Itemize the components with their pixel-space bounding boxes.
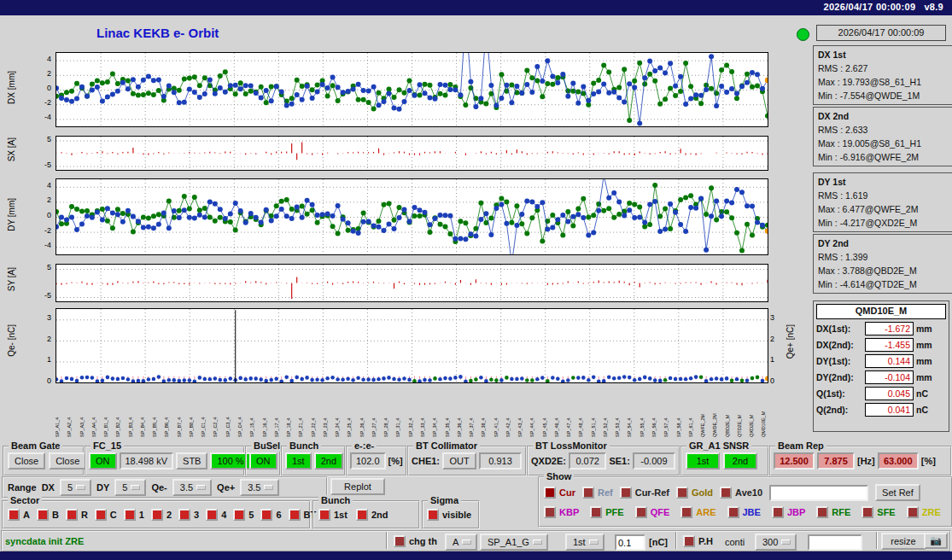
monitor-label: SP_24_4 bbox=[336, 384, 341, 437]
monitor-label: SP_15_4 bbox=[250, 384, 255, 437]
show-pfe-checkbox[interactable]: PFE bbox=[590, 506, 623, 518]
statusbar-separator bbox=[386, 532, 388, 549]
sector-5-checkbox[interactable]: 5 bbox=[233, 509, 254, 521]
sigma-visible-checkbox[interactable]: visible bbox=[427, 509, 471, 521]
monitor-label: SP_32_4 bbox=[409, 384, 414, 437]
checkbox-box-icon bbox=[289, 509, 301, 521]
monitor-label: SP_A1_4 bbox=[55, 384, 61, 437]
screenshot-camera-button[interactable]: 📷 bbox=[924, 533, 948, 549]
show-cur-ref-checkbox[interactable]: Cur-Ref bbox=[620, 487, 669, 499]
range-qem-select[interactable]: 3.5 bbox=[172, 479, 212, 496]
monitor-label: SP_B2_4 bbox=[116, 384, 121, 437]
checkbox-label: Ave10 bbox=[735, 487, 762, 498]
sector-select[interactable]: A bbox=[445, 534, 477, 551]
panel-title: DY 2nd bbox=[818, 236, 948, 250]
range-dx-label: DX bbox=[42, 482, 55, 493]
monitor-select[interactable]: SP_A1_G bbox=[480, 534, 548, 551]
bunch-1st-checkbox[interactable]: 1st bbox=[318, 509, 348, 521]
checkbox-box-icon bbox=[582, 487, 594, 499]
monitor-label: SP_27_4 bbox=[372, 384, 377, 437]
y-tick-label: 5 bbox=[29, 135, 51, 143]
monitor-label: SP_25_4 bbox=[348, 384, 353, 437]
range-dx-select[interactable]: 5 bbox=[60, 479, 91, 496]
show-zre-checkbox[interactable]: ZRE bbox=[907, 506, 941, 518]
sector-r-checkbox[interactable]: R bbox=[66, 509, 88, 521]
show-frame: Show CurRefCur-RefGoldAve10 Set Ref KBPP… bbox=[538, 476, 952, 528]
monitor-label: SP_38_4 bbox=[482, 384, 487, 437]
max-value: Max : 3.788@QBD2E_M bbox=[818, 264, 948, 277]
sector-6-checkbox[interactable]: 6 bbox=[260, 509, 281, 521]
show-are-checkbox[interactable]: ARE bbox=[680, 506, 715, 518]
gr-snsr-2nd-button[interactable]: 2nd bbox=[723, 452, 757, 470]
min-value: Min : -4.217@QXD2E_M bbox=[818, 216, 948, 230]
set-ref-button[interactable]: Set Ref bbox=[875, 484, 920, 501]
ee-ratio-frame: e-:e- 102.0 [%] bbox=[346, 446, 407, 476]
gr-snsr-1st-button[interactable]: 1st bbox=[686, 452, 720, 470]
sector-4-checkbox[interactable]: 4 bbox=[206, 509, 226, 521]
monitor-label: SP_52_4 bbox=[604, 384, 609, 437]
bpm-row-value: 0.045 bbox=[865, 387, 914, 400]
show-cur-checkbox[interactable]: Cur bbox=[544, 487, 575, 499]
che1-out-button[interactable]: OUT bbox=[442, 452, 476, 470]
bunch-order-select[interactable]: 1st bbox=[565, 534, 604, 551]
ref-file-input[interactable] bbox=[769, 485, 868, 501]
frame-title: Show bbox=[544, 471, 574, 482]
ee-ratio-unit: [%] bbox=[388, 456, 403, 466]
monitor-label: SP_34_4 bbox=[433, 384, 438, 437]
fc15-on-button[interactable]: ON bbox=[89, 452, 117, 470]
checkbox-box-icon bbox=[318, 509, 330, 521]
bunch-2nd-checkbox[interactable]: 2nd bbox=[356, 509, 388, 521]
monitor-label: SP_51_4 bbox=[592, 384, 597, 437]
busel-on-button[interactable]: ON bbox=[249, 452, 277, 470]
frame-title: Sigma bbox=[428, 495, 461, 506]
monitor-label: QBD2E_M bbox=[726, 384, 731, 437]
min-value: Min : -6.916@QWFE_2M bbox=[818, 150, 948, 164]
checkbox-label: Ref bbox=[598, 487, 613, 498]
show-ref-checkbox[interactable]: Ref bbox=[582, 487, 613, 499]
checkbox-box-icon bbox=[720, 487, 732, 499]
range-dy-select[interactable]: 5 bbox=[114, 479, 146, 496]
show-qfe-checkbox[interactable]: QFE bbox=[635, 506, 670, 518]
interval-input[interactable] bbox=[808, 534, 862, 551]
monitor-label: SP_C4_4 bbox=[238, 384, 243, 437]
show-ave10-checkbox[interactable]: Ave10 bbox=[720, 487, 762, 499]
range-dy-label: DY bbox=[96, 482, 109, 493]
qxd2e-value-display: 0.072 bbox=[569, 452, 606, 470]
sector-2-checkbox[interactable]: 2 bbox=[151, 509, 172, 521]
range-qep-select[interactable]: 3.5 bbox=[240, 479, 279, 496]
frame-title: BT LossMonitor bbox=[533, 440, 610, 452]
monitor-label: SP_B6_4 bbox=[165, 384, 170, 437]
sector-b-checkbox[interactable]: B bbox=[37, 509, 59, 521]
beam-gate-close-1-button[interactable]: Close bbox=[8, 452, 45, 470]
show-sfe-checkbox[interactable]: SFE bbox=[861, 506, 895, 518]
monitor-label: SP_23_4 bbox=[324, 384, 329, 437]
sector-a-checkbox[interactable]: A bbox=[8, 509, 30, 521]
show-kbp-checkbox[interactable]: KBP bbox=[544, 506, 579, 518]
sector-3-checkbox[interactable]: 3 bbox=[178, 509, 199, 521]
bunch-2nd-button[interactable]: 2nd bbox=[314, 452, 343, 470]
show-gold-checkbox[interactable]: Gold bbox=[676, 487, 713, 499]
beam-rep-2-display: 7.875 bbox=[817, 452, 855, 470]
monitor-label: SP_B8_4 bbox=[190, 384, 195, 437]
chg-th-label: chg th bbox=[409, 536, 437, 546]
fc15-stb-button[interactable]: STB bbox=[176, 452, 207, 470]
replot-button[interactable]: Replot bbox=[330, 478, 385, 495]
monitor-label: SP_31_4 bbox=[396, 384, 401, 437]
sector-1-checkbox[interactable]: 1 bbox=[124, 509, 144, 521]
frame-title: Beam Gate bbox=[9, 440, 62, 452]
threshold-input[interactable] bbox=[615, 534, 645, 551]
frame-title: Bunch bbox=[287, 440, 321, 452]
beam-rep-pct-unit: [%] bbox=[921, 456, 936, 466]
beam-gate-close-2-button[interactable]: Close bbox=[49, 452, 86, 470]
show-rfe-checkbox[interactable]: RFE bbox=[816, 506, 850, 518]
bunch-1st-button[interactable]: 1st bbox=[285, 452, 312, 470]
chg-th-checkbox[interactable]: chg th bbox=[394, 535, 437, 547]
monitor-label: SP_17_4 bbox=[275, 384, 280, 437]
show-jbe-checkbox[interactable]: JBE bbox=[727, 506, 761, 518]
interval-select[interactable]: 300 bbox=[755, 534, 797, 551]
ph-checkbox[interactable]: P.H bbox=[683, 535, 713, 547]
sector-c-checkbox[interactable]: C bbox=[95, 509, 117, 521]
show-jbp-checkbox[interactable]: JBP bbox=[772, 506, 805, 518]
resize-button[interactable]: resize bbox=[881, 533, 926, 550]
y-tick-label-right: 2 bbox=[770, 335, 787, 343]
